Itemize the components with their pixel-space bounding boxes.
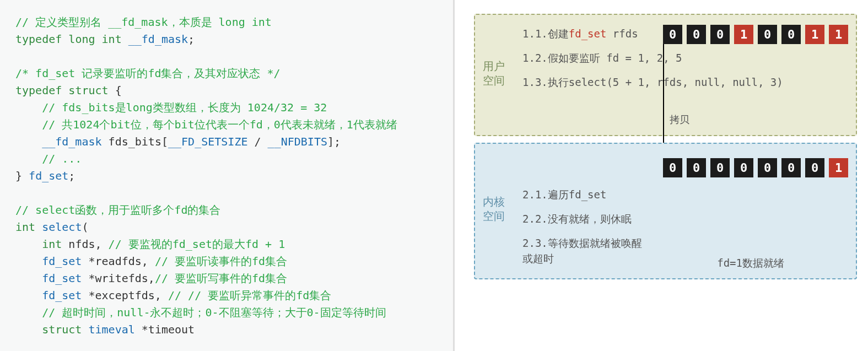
code-comment: // select函数，用于监听多个fd的集合: [15, 203, 220, 217]
bit-cell: 1: [805, 25, 824, 44]
bit-cell: 1: [734, 25, 753, 44]
user-bits-row: 00010011: [663, 25, 848, 44]
type-longint: long int: [68, 33, 121, 46]
id-fdset: fd_set: [29, 169, 68, 182]
step-1-3: 1.3.执行select(5 + 1, rfds, null, null, 3): [522, 75, 846, 90]
bit-cell: 1: [829, 25, 848, 44]
bit-cell: 0: [781, 25, 801, 44]
kernel-space-label: 内核空间: [483, 195, 505, 223]
bit-cell: 0: [663, 158, 682, 177]
code-comment: // 定义类型别名 __fd_mask，本质是 long int: [15, 15, 272, 29]
step-1-2: 1.2.假如要监听 fd = 1, 2, 5: [522, 51, 846, 66]
code-comment: // fds_bits是long类型数组，长度为 1024/32 = 32: [15, 101, 327, 114]
code-panel: // 定义类型别名 __fd_mask，本质是 long int typedef…: [0, 0, 455, 351]
diagram-panel: 用户空间 1.1.创建fd_set rfds 1.2.假如要监听 fd = 1,…: [455, 0, 868, 351]
bit-cell: 0: [758, 25, 777, 44]
code-comment: // ...: [15, 152, 82, 165]
bit-cell: 0: [805, 158, 824, 177]
step-2-3: 2.3.等待数据就绪被唤醒: [522, 236, 846, 251]
bit-cell: 0: [781, 158, 801, 177]
copy-label: 拷贝: [670, 113, 689, 126]
kw-struct: struct: [68, 84, 108, 97]
id-fdmask: __fd_mask: [15, 135, 102, 148]
kernel-space-box: 内核空间 00000001 2.1.遍历fd_set 2.2.没有就绪，则休眠 …: [474, 143, 857, 279]
kernel-bits-row: 00000001: [663, 158, 848, 177]
id-fdmask: __fd_mask: [128, 33, 188, 46]
arrow-down-icon: [663, 44, 664, 154]
bit-cell: 0: [710, 25, 730, 44]
bit-cell: 0: [734, 158, 753, 177]
bit-cell: 0: [758, 158, 777, 177]
user-space-label: 用户空间: [483, 59, 505, 88]
bit-cell: 0: [687, 25, 706, 44]
bit-cell: 0: [663, 25, 682, 44]
type-int: int: [15, 220, 35, 234]
user-space-box: 用户空间 1.1.创建fd_set rfds 1.2.假如要监听 fd = 1,…: [474, 14, 857, 136]
bit-cell: 0: [687, 158, 706, 177]
fn-select: select: [42, 220, 82, 234]
step-2-2: 2.2.没有就绪，则休眠: [522, 212, 846, 226]
step-2-3b: 或超时: [522, 252, 846, 266]
step-2-1: 2.1.遍历fd_set: [522, 188, 846, 202]
kw-typedef: typedef: [15, 84, 62, 97]
fd-ready-label: fd=1数据就绪: [717, 256, 784, 271]
code-comment: // 共1024个bit位，每个bit位代表一个fd，0代表未就绪，1代表就绪: [15, 118, 397, 131]
bit-cell: 1: [829, 158, 848, 177]
kw-typedef: typedef: [15, 33, 62, 46]
bit-cell: 0: [710, 158, 730, 177]
code-comment: /* fd_set 记录要监听的fd集合，及其对应状态 */: [15, 67, 281, 80]
